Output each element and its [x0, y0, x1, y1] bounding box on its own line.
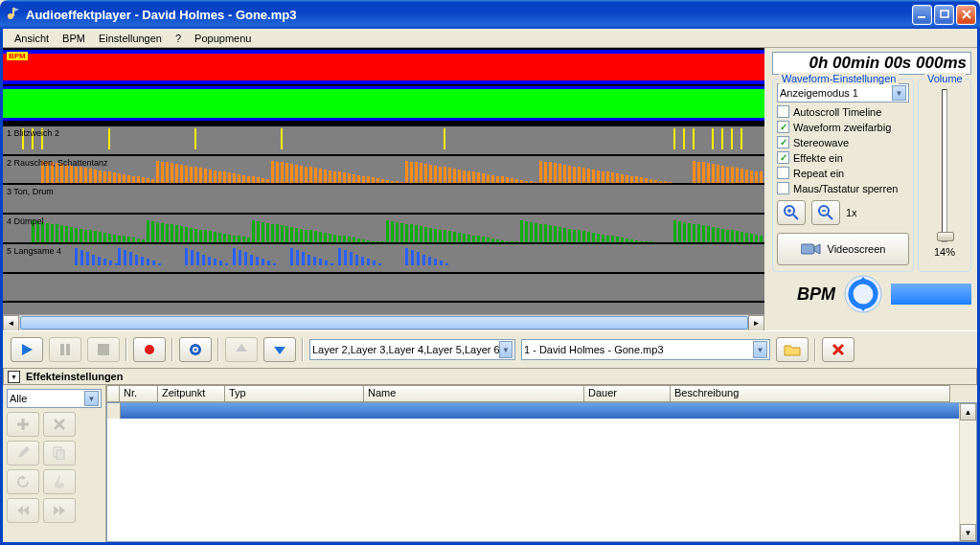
track-row[interactable]: 5 Langsame 4: [3, 242, 764, 272]
grid-body[interactable]: ▲ ▼: [106, 402, 977, 542]
column-header[interactable]: [106, 385, 120, 402]
delete-button[interactable]: [822, 337, 855, 362]
down-button[interactable]: [263, 337, 296, 362]
checkbox-icon: [777, 105, 789, 118]
scroll-right-icon[interactable]: ►: [748, 315, 764, 330]
svg-rect-27: [57, 450, 64, 460]
forward-button[interactable]: [43, 498, 76, 523]
chevron-down-icon: ▼: [499, 341, 513, 358]
waveform-right: [3, 86, 764, 121]
column-header[interactable]: Zeitpunkt: [158, 385, 225, 402]
checkbox-stereowave[interactable]: ✓Stereowave: [777, 136, 909, 148]
svg-point-23: [194, 349, 197, 352]
track-row[interactable]: 4 Dümpel: [3, 213, 764, 242]
camera-icon: [801, 241, 822, 257]
track-row[interactable]: 3 Ton, Drum: [3, 183, 764, 213]
display-mode-select[interactable]: Anzeigemodus 1 ▼: [777, 83, 909, 102]
remove-effect-button[interactable]: [43, 412, 76, 437]
svg-rect-3: [941, 11, 948, 17]
stop-button[interactable]: [87, 337, 120, 362]
checkbox-maus-tastatur-sperren[interactable]: Maus/Tastatur sperren: [777, 182, 909, 194]
menubar: Ansicht BPM Einstellungen ? Popupmenu: [3, 29, 977, 48]
side-panel: 0h 00min 00s 000ms Waveform-Einstellunge…: [766, 48, 977, 330]
menu-ansicht[interactable]: Ansicht: [9, 31, 55, 46]
grid-scrollbar[interactable]: ▲ ▼: [959, 403, 976, 541]
menu-popup[interactable]: Popupmenu: [189, 31, 257, 46]
scroll-up-icon[interactable]: ▲: [960, 403, 976, 420]
titlebar[interactable]: Audioeffektplayer - David Holmes - Gone.…: [0, 0, 980, 29]
pause-button[interactable]: [49, 337, 81, 362]
column-header[interactable]: Nr.: [120, 385, 158, 402]
grid-row[interactable]: [107, 403, 959, 419]
timecode-display: 0h 00min 00s 000ms: [772, 52, 971, 75]
svg-marker-24: [236, 344, 247, 352]
open-folder-button[interactable]: [776, 337, 809, 362]
checkbox-autoscroll-timeline[interactable]: Autoscroll Timeline: [777, 105, 909, 118]
event-markers: [3, 128, 764, 152]
checkbox-icon: ✓: [777, 121, 789, 133]
bpm-display-strip: [891, 284, 971, 305]
maximize-button[interactable]: [934, 5, 954, 25]
scroll-left-icon[interactable]: ◄: [3, 315, 19, 330]
column-header[interactable]: Name: [364, 385, 584, 402]
checkbox-effekte-ein[interactable]: ✓Effekte ein: [777, 151, 909, 164]
track-row[interactable]: 1 Blitzweich 2: [3, 125, 764, 154]
chevron-down-icon: ▼: [84, 391, 99, 406]
chevron-down-icon: ▼: [753, 341, 767, 358]
edit-effect-button[interactable]: [7, 441, 39, 466]
svg-marker-28: [22, 475, 26, 480]
track-row[interactable]: [3, 272, 764, 302]
slider-thumb[interactable]: [937, 232, 954, 241]
menu-einstellungen[interactable]: Einstellungen: [93, 31, 168, 46]
checkbox-icon: [777, 182, 789, 194]
videoscreen-button[interactable]: Videoscreen: [777, 233, 909, 265]
scroll-down-icon[interactable]: ▼: [960, 524, 976, 541]
svg-marker-12: [814, 244, 820, 254]
column-header[interactable]: Dauer: [584, 385, 671, 402]
minimize-button[interactable]: [912, 5, 932, 25]
song-select[interactable]: 1 - David Holmes - Gone.mp3▼: [521, 339, 770, 360]
target-button[interactable]: [179, 337, 212, 362]
waveform-left: [3, 50, 764, 84]
timeline[interactable]: BPM 1 Blitzweich 2 2 Rauschen, Schattent…: [3, 48, 766, 330]
effect-filter-select[interactable]: Alle ▼: [7, 389, 102, 408]
up-button[interactable]: [225, 337, 258, 362]
layer-select[interactable]: Layer 2,Layer 3,Layer 4,Layer 5,Layer 6,…: [309, 339, 515, 360]
bpm-refresh-button[interactable]: [843, 274, 883, 314]
grid-header: Nr.ZeitpunktTypNameDauerBeschreibung: [106, 385, 977, 402]
svg-line-9: [828, 215, 832, 219]
flame-effect-button[interactable]: [43, 469, 76, 494]
svg-marker-25: [274, 347, 285, 354]
rewind-button[interactable]: [7, 498, 39, 523]
collapse-icon[interactable]: ▼: [8, 371, 20, 383]
volume-slider[interactable]: [942, 89, 947, 242]
add-effect-button[interactable]: [7, 412, 39, 437]
checkbox-waveform-zweifarbig[interactable]: ✓Waveform zweifarbig: [777, 121, 909, 133]
svg-line-5: [793, 215, 798, 219]
svg-rect-19: [98, 344, 109, 355]
checkbox-repeat-ein[interactable]: Repeat ein: [777, 167, 909, 179]
svg-rect-11: [801, 244, 814, 254]
track-row[interactable]: 2 Rauschen, Schattentanz: [3, 154, 764, 184]
record-button[interactable]: [133, 337, 166, 362]
refresh-effect-button[interactable]: [7, 469, 39, 494]
zoom-in-button[interactable]: [777, 200, 806, 225]
column-header[interactable]: Beschreibung: [671, 385, 950, 402]
column-header[interactable]: Typ: [225, 385, 364, 402]
close-button[interactable]: [956, 5, 976, 25]
svg-marker-32: [59, 506, 65, 515]
svg-rect-1: [12, 8, 14, 16]
chevron-down-icon: ▼: [892, 85, 906, 101]
play-button[interactable]: [11, 337, 43, 362]
zoom-out-button[interactable]: [811, 200, 840, 225]
timeline-scrollbar[interactable]: ◄ ►: [3, 314, 764, 330]
svg-rect-18: [66, 344, 70, 355]
app-icon: [6, 6, 21, 24]
menu-bpm[interactable]: BPM: [57, 31, 91, 46]
svg-marker-16: [22, 344, 33, 355]
scroll-thumb[interactable]: [20, 316, 748, 329]
volume-percent: 14%: [934, 246, 955, 258]
copy-effect-button[interactable]: [43, 441, 76, 466]
effects-title: Effekteinstellungen: [26, 371, 123, 382]
menu-help[interactable]: ?: [170, 31, 187, 46]
